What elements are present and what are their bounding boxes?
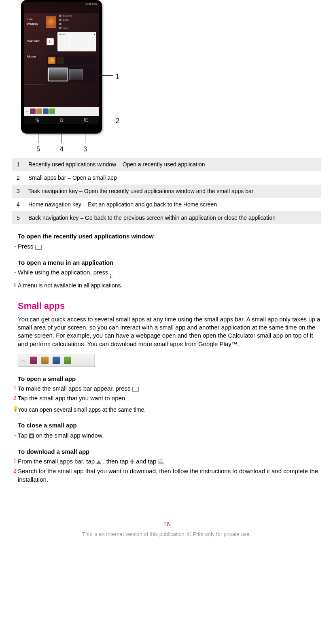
- step-text: Tap on the small app window.: [18, 431, 321, 440]
- recents-icon: [35, 245, 41, 249]
- step-row: • Tap on the small app window.: [12, 431, 321, 440]
- small-app-tile: [36, 108, 42, 114]
- callout-4: 4: [60, 145, 64, 154]
- recents-key-icon: [82, 117, 90, 123]
- tip-icon: 💡: [12, 406, 18, 411]
- callout-5: 5: [36, 145, 40, 154]
- back-key-icon: [33, 117, 41, 123]
- home-key-icon: [57, 117, 66, 123]
- small-app-tile: [30, 357, 37, 364]
- legend-row: 1Recently used applications window – Ope…: [12, 158, 321, 171]
- album-strip: [47, 55, 96, 65]
- close-icon: [29, 434, 34, 438]
- phone-body: 91% 9:21 Live Wallpap Black hole Bubble …: [21, 0, 102, 134]
- legend-row: 2Small apps bar – Open a small app: [12, 171, 321, 185]
- subhead-open-menu: To open a menu in an application: [18, 259, 321, 267]
- step-text: Tap the small app that you want to open.: [18, 394, 321, 402]
- callout-line: [38, 134, 38, 143]
- callout-line: [102, 120, 113, 120]
- status-bar: 91% 9:21: [24, 2, 99, 6]
- svg-rect-1: [85, 119, 88, 121]
- bullet: •: [12, 244, 18, 250]
- wallpaper-label: Live Wallpap: [24, 13, 45, 30]
- subhead-open-recents: To open the recently used applications w…: [18, 232, 321, 240]
- calendar-icon: 31: [47, 38, 54, 45]
- subhead-download-small-app: To download a small app: [18, 448, 321, 456]
- step-row: 2 Search for the small app that you want…: [12, 467, 321, 484]
- tip-row: 💡 You can open several small apps at the…: [12, 406, 321, 414]
- step-text: Press .: [18, 242, 321, 251]
- step-row: 2 Tap the small app that you want to ope…: [12, 394, 321, 402]
- step-number: 2: [12, 467, 18, 475]
- small-app-tile: [41, 357, 49, 364]
- step-number: 1: [12, 385, 18, 392]
- footer-text: This is an Internet version of this publ…: [12, 531, 321, 538]
- small-app-tile: [49, 108, 55, 114]
- step-text: To make the small apps bar appear, press…: [18, 385, 321, 393]
- callout-line: [85, 134, 85, 143]
- heading-small-apps: Small apps: [18, 300, 321, 312]
- callout-1: 1: [116, 72, 119, 81]
- step-row: 1 From the small apps bar, tap , then ta…: [12, 457, 321, 465]
- small-apps-bar: ︿: [24, 107, 99, 116]
- callout-3: 3: [83, 145, 87, 154]
- calendar-row: Calendar 31 Month▾ ....... ....... .....…: [24, 30, 99, 53]
- legend-row: 3Task navigation key – Open the recently…: [12, 185, 321, 198]
- shop-bag-icon: [158, 459, 163, 464]
- screen-header: [24, 6, 99, 13]
- phone-figure: 91% 9:21 Live Wallpap Black hole Bubble …: [12, 0, 125, 154]
- note-row: ! A menu is not available in all applica…: [12, 282, 321, 289]
- step-number: 1: [12, 457, 18, 465]
- legend-row: 4Home navigation key – Exit an applicati…: [12, 198, 321, 211]
- important-icon: !: [12, 282, 18, 289]
- tip-text: You can open several small apps at the s…: [18, 406, 321, 414]
- subhead-close-small-app: To close a small app: [18, 421, 321, 429]
- callout-2: 2: [116, 117, 119, 125]
- plus-icon: [130, 459, 134, 464]
- caret-up-icon: [96, 460, 101, 464]
- page-number: 16: [12, 520, 321, 528]
- album-frames: [47, 66, 96, 83]
- small-apps-bar-image: ︿: [18, 354, 95, 367]
- step-number: 2: [12, 394, 18, 402]
- legend-table: 1Recently used applications window – Ope…: [12, 158, 321, 224]
- step-row: • Press .: [12, 242, 321, 251]
- album-row: Album: [24, 53, 99, 85]
- small-app-tile: [53, 357, 60, 364]
- calendar-label: Calendar: [24, 30, 45, 53]
- step-text: While using the application, press .: [18, 268, 321, 278]
- small-app-tile: [43, 108, 49, 114]
- step-row: 1 To make the small apps bar appear, pre…: [12, 385, 321, 393]
- calendar-card: Month▾ ....... ....... ....... .......: [57, 32, 96, 51]
- album-label: Album: [24, 53, 45, 85]
- note-text: A menu is not available in all applicati…: [18, 282, 321, 289]
- step-text: Search for the small app that you want t…: [18, 467, 321, 484]
- phone-screen: 91% 9:21 Live Wallpap Black hole Bubble …: [24, 2, 99, 124]
- subhead-open-small-app: To open a small app: [18, 375, 321, 383]
- callout-line: [102, 75, 113, 76]
- nav-bar: [24, 116, 99, 124]
- wallpaper-row: Live Wallpap Black hole Bubble Neon: [24, 13, 99, 30]
- small-app-tile: [30, 108, 36, 114]
- step-text: From the small apps bar, tap , then tap …: [18, 457, 321, 465]
- recents-icon: [132, 387, 138, 391]
- small-app-tile: [64, 357, 71, 364]
- wallpaper-swatch: [46, 16, 56, 28]
- chevron-up-icon: ︿: [21, 357, 26, 364]
- callout-line: [62, 134, 62, 143]
- bullet: •: [12, 433, 18, 439]
- bullet: •: [12, 270, 18, 276]
- paragraph: You can get quick access to several smal…: [18, 315, 321, 348]
- status-right: 91% 9:21: [85, 2, 98, 5]
- step-row: • While using the application, press .: [12, 268, 321, 278]
- chevron-up-icon: ︿: [26, 109, 29, 114]
- wallpaper-list: Black hole Bubble Neon: [57, 14, 99, 30]
- legend-row: 5Back navigation key – Go back to the pr…: [12, 211, 321, 225]
